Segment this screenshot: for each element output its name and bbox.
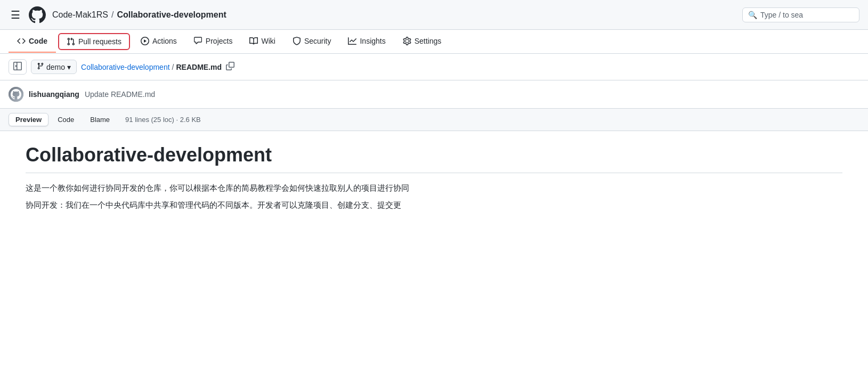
tab-settings-label: Settings — [415, 37, 442, 45]
avatar — [9, 87, 23, 102]
file-nav: demo ▾ Collaborative-development / READM… — [0, 54, 868, 80]
insights-icon — [348, 37, 356, 45]
branch-selector-button[interactable]: demo ▾ — [31, 60, 77, 74]
path-separator: / — [172, 63, 174, 71]
commit-bar: lishuangqiang Update README.md — [0, 80, 868, 109]
pr-icon — [67, 37, 75, 46]
copy-path-button[interactable] — [224, 61, 237, 73]
blame-tab-button[interactable]: Blame — [83, 113, 117, 126]
sidebar-toggle-icon — [13, 62, 22, 72]
hamburger-icon: ☰ — [11, 9, 20, 21]
github-logo[interactable] — [29, 6, 46, 23]
search-icon: 🔍 — [748, 11, 757, 19]
tab-wiki[interactable]: Wiki — [241, 30, 283, 53]
chevron-down-icon: ▾ — [67, 63, 71, 71]
branch-name: demo — [46, 63, 65, 71]
tab-actions[interactable]: Actions — [132, 30, 185, 53]
tab-pull-requests-label: Pull requests — [78, 37, 121, 46]
tab-code[interactable]: Code — [9, 30, 56, 53]
branch-icon — [37, 62, 44, 71]
tab-security[interactable]: Security — [284, 30, 340, 53]
tab-pull-requests[interactable]: Pull requests — [58, 33, 130, 50]
breadcrumb-separator: / — [111, 10, 113, 20]
breadcrumb: Code-Mak1RS / Collaborative-development — [52, 10, 226, 20]
sidebar-toggle-button[interactable] — [9, 59, 27, 75]
top-bar: ☰ Code-Mak1RS / Collaborative-developmen… — [0, 0, 868, 30]
readme-body: 这是一个教你如何进行协同开发的仓库，你可以根据本仓库的简易教程学会如何快速拉取别… — [26, 182, 842, 212]
readme-line-1: 这是一个教你如何进行协同开发的仓库，你可以根据本仓库的简易教程学会如何快速拉取别… — [26, 182, 842, 194]
tab-actions-label: Actions — [152, 37, 177, 45]
commit-author[interactable]: lishuangqiang — [29, 90, 79, 99]
code-tab-button[interactable]: Code — [51, 113, 81, 126]
file-path: Collaborative-development / README.md — [81, 61, 237, 73]
tab-settings[interactable]: Settings — [394, 30, 450, 53]
projects-icon — [194, 37, 202, 45]
tab-projects-label: Projects — [206, 37, 233, 45]
file-info: 91 lines (25 loc) · 2.6 KB — [125, 116, 201, 124]
tab-code-label: Code — [29, 37, 47, 45]
tab-insights-label: Insights — [360, 37, 385, 45]
repo-owner[interactable]: Code-Mak1RS — [52, 10, 108, 20]
search-box[interactable]: 🔍 Type / to sea — [742, 7, 859, 22]
preview-tab-button[interactable]: Preview — [9, 113, 48, 126]
file-name: README.md — [176, 63, 222, 71]
tab-projects[interactable]: Projects — [185, 30, 241, 53]
tab-insights[interactable]: Insights — [339, 30, 394, 53]
code-icon — [17, 37, 26, 45]
search-placeholder: Type / to sea — [760, 11, 803, 19]
tab-wiki-label: Wiki — [261, 37, 275, 45]
copy-icon — [226, 63, 234, 72]
repo-name[interactable]: Collaborative-development — [117, 10, 226, 20]
commit-message: Update README.md — [85, 90, 155, 99]
repo-nav: Code Pull requests Actions Projects — [0, 30, 868, 54]
tab-security-label: Security — [304, 37, 331, 45]
hamburger-button[interactable]: ☰ — [9, 6, 22, 23]
readme-line-2: 协同开发：我们在一个中央代码库中共享和管理代码的不同版本。开发者可以克隆项目、创… — [26, 199, 842, 212]
avatar-image — [9, 87, 23, 102]
security-icon — [293, 37, 301, 45]
file-toolbar: Preview Code Blame 91 lines (25 loc) · 2… — [0, 109, 868, 131]
settings-icon — [403, 37, 411, 45]
actions-icon — [141, 37, 149, 45]
wiki-icon — [249, 37, 258, 45]
file-content: Collaborative-development 这是一个教你如何进行协同开发… — [0, 131, 868, 291]
repo-path-link[interactable]: Collaborative-development — [81, 63, 170, 71]
readme-title: Collaborative-development — [26, 144, 842, 173]
